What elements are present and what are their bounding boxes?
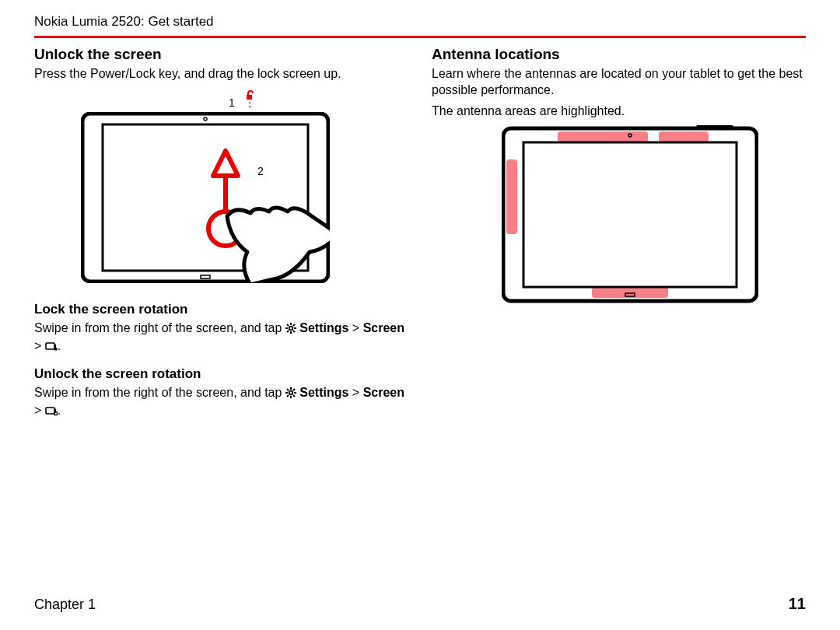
text-antenna-2: The antenna areas are highlighted. [432,103,806,120]
svg-rect-20 [54,348,58,351]
svg-rect-35 [506,159,517,234]
lock-icon [244,89,260,110]
text-antenna-1: Learn where the antennas are located on … [432,66,806,99]
heading-antenna: Antenna locations [432,46,806,63]
callout-1: 1 [229,96,235,109]
gear-icon [285,387,296,403]
svg-point-30 [289,392,292,394]
right-column: Antenna locations Learn where the antenn… [432,46,806,425]
text-lock-rotation: Swipe in from the right of the screen, a… [34,320,408,356]
figure-unlock-gesture: 1 2 [81,89,338,291]
svg-line-28 [287,395,289,397]
label-screen: Screen [363,321,404,334]
svg-rect-19 [46,343,54,349]
label-screen-2: Screen [363,386,404,399]
svg-rect-31 [46,408,54,414]
left-column: Unlock the screen Press the Power/Lock k… [34,46,408,425]
text-lock-rotation-pre: Swipe in from the right of the screen, a… [34,321,285,334]
svg-line-14 [287,324,289,326]
label-settings: Settings [299,321,348,334]
label-settings-2: Settings [299,386,348,399]
heading-lock-rotation: Lock the screen rotation [34,302,408,317]
text-unlock-screen: Press the Power/Lock key, and drag the l… [34,66,408,82]
tablet-antenna-illustration [502,125,758,304]
svg-line-15 [293,331,295,332]
heading-unlock-rotation: Unlock the screen rotation [34,366,408,382]
doc-header: Nokia Lumia 2520: Get started [34,14,806,33]
figure-antenna-locations [502,125,758,304]
svg-line-27 [293,395,295,397]
svg-rect-32 [54,412,58,415]
svg-line-26 [287,389,289,390]
svg-line-29 [293,389,295,390]
svg-rect-6 [201,275,210,278]
columns: Unlock the screen Press the Power/Lock k… [34,46,806,425]
svg-rect-36 [558,131,648,142]
svg-rect-0 [247,95,252,100]
text-unlock-rotation-pre: Swipe in from the right of the screen, a… [34,386,285,399]
manual-page: Nokia Lumia 2520: Get started Unlock the… [0,0,840,630]
svg-rect-37 [659,131,709,142]
rotation-unlock-icon [45,404,58,421]
svg-rect-39 [523,142,737,287]
svg-point-18 [289,327,292,329]
text-unlock-rotation: Swipe in from the right of the screen, a… [34,385,408,421]
rotation-lock-icon [45,340,58,356]
svg-line-16 [287,331,289,332]
header-rule [34,36,806,38]
tablet-unlock-illustration [81,112,330,283]
page-number: 11 [789,595,806,613]
gear-icon [285,322,296,338]
heading-unlock-screen: Unlock the screen [34,46,408,63]
svg-point-5 [204,117,207,121]
chapter-label: Chapter 1 [34,597,96,613]
svg-line-17 [293,324,295,326]
